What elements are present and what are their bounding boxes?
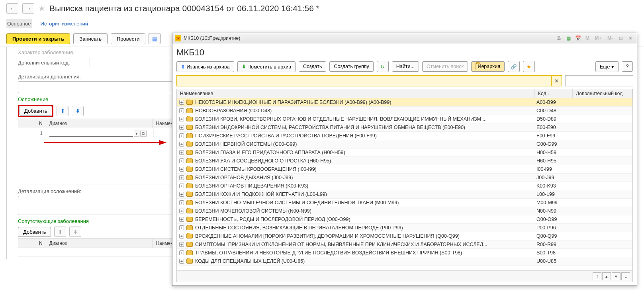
mkb-row[interactable]: +БОЛЕЗНИ НЕРВНОЙ СИСТЕМЫ (G00-G99)G00-G9… [177,140,632,149]
mkb-row[interactable]: +ТРАВМЫ, ОТРАВЛЕНИЯ И НЕКОТОРЫЕ ДРУГИЕ П… [177,249,632,257]
nav-forward-button[interactable]: → [22,3,34,14]
expand-icon[interactable]: + [179,184,184,188]
move-up-button[interactable]: ⬆ [57,106,69,116]
complication-row[interactable]: 1 ▾ ⧉ [18,128,177,139]
scroll-down-button[interactable]: ▾ [612,272,621,280]
clear-search-icon[interactable]: ✕ [551,76,562,86]
expand-icon[interactable]: + [179,259,184,264]
move-up-button-2[interactable]: ⬆ [54,227,66,237]
create-button[interactable]: Создать [299,61,327,72]
mkb-row[interactable]: +КОДЫ ДЛЯ СПЕЦИАЛЬНЫХ ЦЕЛЕЙ (U00-U85)U00… [177,257,632,266]
mkb-row[interactable]: +ВРОЖДЕННЫЕ АНОМАЛИИ [ПОРОКИ РАЗВИТИЯ], … [177,232,632,240]
expand-icon[interactable]: + [179,217,184,222]
mkb-row[interactable]: +БОЛЕЗНИ ОРГАНОВ ДЫХАНИЯ (J00-J99)J00-J9… [177,174,632,182]
additional-code-input[interactable] [90,58,185,67]
favorite-star-icon[interactable]: ★ [38,4,45,13]
mkb-row[interactable]: +БОЛЕЗНИ ЭНДОКРИННОЙ СИСТЕМЫ, РАССТРОЙСТ… [177,123,632,132]
expand-icon[interactable]: + [179,125,184,130]
mkb-row[interactable]: +БОЛЕЗНИ УХА И СОСЦЕВИДНОГО ОТРОСТКА (H6… [177,157,632,165]
move-down-button-2[interactable]: ⬇ [69,227,81,237]
find-button[interactable]: Найти... [392,61,419,72]
scroll-up-button[interactable]: ▴ [602,272,611,280]
search-input[interactable] [177,76,551,86]
mkb-row[interactable]: +БОЛЕЗНИ КОСТНО-МЫШЕЧНОЙ СИСТЕМЫ И СОЕДИ… [177,199,632,207]
memory-mplus-icon[interactable]: M+ [593,35,603,42]
write-button[interactable]: Записать [73,33,108,44]
row-code: C00-D48 [535,108,573,113]
more-button[interactable]: Еще ▾ [595,61,619,72]
dropdown-icon[interactable]: ▾ [134,131,139,137]
scroll-top-button[interactable]: ⤒ [593,272,601,280]
to-archive-button[interactable]: ⬇ Поместить в архив [237,61,296,72]
expand-icon[interactable]: + [179,242,184,247]
cancel-search-button[interactable]: Отменить поиск [422,61,468,72]
col-header-extra[interactable]: Дополнительный код [573,89,632,98]
filter-input[interactable] [566,76,637,86]
mkb-row[interactable]: +БОЛЕЗНИ СИСТЕМЫ КРОВООБРАЩЕНИЯ (I00-I99… [177,165,632,174]
extract-archive-button[interactable]: ⬆ Извлечь из архива [176,61,234,72]
complication-grid[interactable]: N Диагноз Наимен 1 ▾ ⧉ [18,119,177,184]
post-button[interactable]: Провести [111,33,146,44]
folder-icon [186,125,193,130]
row-name: БОЛЕЗНИ ЭНДОКРИННОЙ СИСТЕМЫ, РАССТРОЙСТВ… [195,125,465,130]
col-header-name[interactable]: Наименование [177,89,535,98]
expand-icon[interactable]: + [179,200,184,205]
mkb-row[interactable]: +БЕРЕМЕННОСТЬ, РОДЫ И ПОСЛЕРОДОВОЙ ПЕРИО… [177,215,632,224]
detail-complication-textarea[interactable] [18,196,177,215]
mkb-row[interactable]: +ОТДЕЛЬНЫЕ СОСТОЯНИЯ, ВОЗНИКАЮЩИЕ В ПЕРИ… [177,224,632,232]
open-dialog-icon[interactable]: ⧉ [140,131,147,137]
create-group-button[interactable]: Создать группу [329,61,373,72]
memory-m-icon[interactable]: M [583,35,591,42]
row-name: НОВООБРАЗОВАНИЯ (C00-D48) [195,108,272,113]
expand-icon[interactable]: + [179,108,184,113]
favorite-button[interactable]: ★ [523,61,535,72]
memory-mminus-icon[interactable]: M- [605,35,615,42]
add-complication-button[interactable]: Добавить [19,106,52,116]
col-header-code[interactable]: Код↓ [535,89,573,98]
tab-history[interactable]: История изменений [40,19,89,28]
mkb-row[interactable]: +БОЛЕЗНИ КОЖИ И ПОДКОЖНОЙ КЛЕТЧАТКИ (L00… [177,190,632,199]
expand-icon[interactable]: + [179,167,184,172]
expand-icon[interactable]: + [179,100,184,105]
close-icon[interactable]: ✕ [626,35,634,42]
mkb-row[interactable]: +ПСИХИЧЕСКИЕ РАССТРОЙСТВА И РАССТРОЙСТВА… [177,132,632,140]
mkb-row[interactable]: +БОЛЕЗНИ ГЛАЗА И ЕГО ПРИДАТОЧНОГО АППАРА… [177,149,632,157]
expand-icon[interactable]: + [179,175,184,180]
expand-icon[interactable]: + [179,117,184,121]
refresh-button[interactable]: ↻ [377,61,389,72]
expand-icon[interactable]: + [179,209,184,213]
mkb-row[interactable]: +БОЛЕЗНИ МОЧЕПОЛОВОЙ СИСТЕМЫ (N00-N99)N0… [177,207,632,215]
help-button[interactable]: ? [622,61,633,72]
calendar-icon[interactable]: 📅 [574,35,582,42]
move-down-button[interactable]: ⬇ [72,106,84,116]
link-button[interactable]: 🔗 [508,61,520,72]
mkb-row[interactable]: +БОЛЕЗНИ ОРГАНОВ ПИЩЕВАРЕНИЯ (K00-K93)K0… [177,182,632,190]
expand-icon[interactable]: + [179,158,184,163]
mkb-row[interactable]: +СИМПТОМЫ, ПРИЗНАКИ И ОТКЛОНЕНИЯ ОТ НОРМ… [177,240,632,249]
expand-icon[interactable]: + [179,192,184,197]
detail-addition-textarea[interactable] [18,81,177,93]
add-accompanying-button[interactable]: Добавить [18,227,51,237]
expand-icon[interactable]: + [179,234,184,238]
mkb-row[interactable]: +НОВООБРАЗОВАНИЯ (C00-D48)C00-D48 [177,107,632,115]
maximize-icon[interactable]: □ [617,35,625,42]
accompanying-grid[interactable]: N Диагноз Наимен [18,238,177,256]
diagnosis-cell-input[interactable] [49,130,133,137]
mkb-row[interactable]: +НЕКОТОРЫЕ ИНФЕКЦИОННЫЕ И ПАРАЗИТАРНЫЕ Б… [177,98,632,107]
expand-icon[interactable]: + [179,133,184,138]
report-icon-button[interactable]: ▤ [149,33,161,44]
nav-back-button[interactable]: ← [6,3,18,14]
hierarchy-button[interactable]: Иерархия [471,61,505,72]
scroll-bottom-button[interactable]: ⤓ [621,272,630,280]
expand-icon[interactable]: + [179,225,184,230]
expand-icon[interactable]: + [179,250,184,255]
tab-main[interactable]: Основное [6,19,32,28]
archive-icon: ⬇ [242,64,246,70]
spreadsheet-icon[interactable]: ▦ [564,35,572,42]
mkb-row[interactable]: +БОЛЕЗНИ КРОВИ, КРОВЕТВОРНЫХ ОРГАНОВ И О… [177,115,632,123]
print-icon[interactable]: 🖶 [555,35,563,42]
expand-icon[interactable]: + [179,150,184,155]
expand-icon[interactable]: + [179,142,184,147]
post-and-close-button[interactable]: Провести и закрыть [6,33,70,44]
row-name: БОЛЕЗНИ УХА И СОСЦЕВИДНОГО ОТРОСТКА (H60… [195,158,331,164]
